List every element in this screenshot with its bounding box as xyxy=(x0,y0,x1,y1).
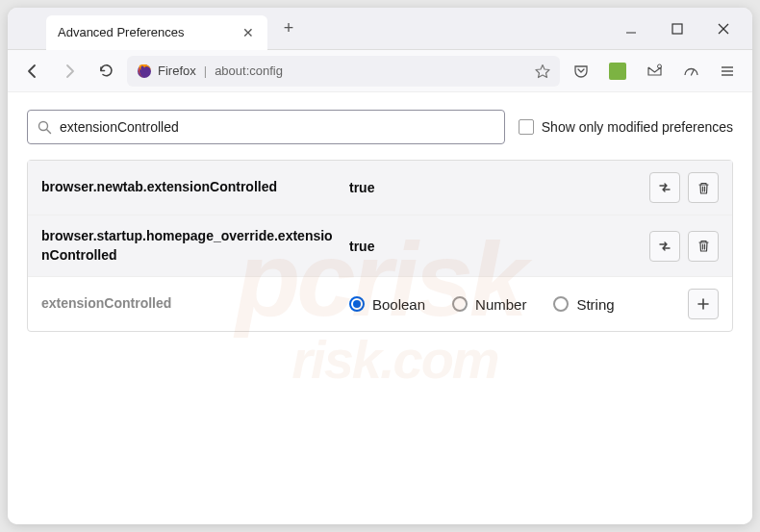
radio-boolean[interactable]: Boolean xyxy=(349,296,425,313)
new-pref-row: extensionControlled Boolean Number Strin… xyxy=(28,277,732,331)
search-box[interactable] xyxy=(27,110,505,144)
window-controls xyxy=(620,17,752,40)
toggle-button[interactable] xyxy=(649,231,680,262)
extension-icon[interactable] xyxy=(602,56,633,87)
firefox-logo-icon xyxy=(137,63,152,79)
bookmark-star-icon[interactable] xyxy=(535,63,550,79)
checkbox-label-text: Show only modified preferences xyxy=(542,119,733,135)
pref-actions xyxy=(649,231,719,262)
pref-name: browser.startup.homepage_override.extens… xyxy=(41,227,340,265)
url-text: about:config xyxy=(215,63,527,78)
pref-row: browser.startup.homepage_override.extens… xyxy=(28,215,732,277)
type-radio-group: Boolean Number String xyxy=(349,296,678,313)
radio-string[interactable]: String xyxy=(553,296,614,313)
back-button[interactable] xyxy=(17,56,48,87)
browser-window: Advanced Preferences ✕ + Firefox | about… xyxy=(8,8,752,524)
tab-active[interactable]: Advanced Preferences ✕ xyxy=(46,15,267,50)
pref-value: true xyxy=(349,239,640,254)
search-row: Show only modified preferences xyxy=(27,110,733,144)
reload-button[interactable] xyxy=(90,56,121,87)
new-tab-button[interactable]: + xyxy=(275,15,302,42)
url-bar[interactable]: Firefox | about:config xyxy=(127,56,560,87)
menu-button[interactable] xyxy=(712,56,743,87)
pref-actions xyxy=(649,172,719,203)
svg-line-11 xyxy=(47,129,51,133)
pref-name: browser.newtab.extensionControlled xyxy=(41,178,340,197)
minimize-button[interactable] xyxy=(620,17,643,40)
radio-icon xyxy=(553,296,569,312)
mail-icon[interactable] xyxy=(639,56,670,87)
tab-title: Advanced Preferences xyxy=(58,25,241,39)
search-input[interactable] xyxy=(60,119,494,135)
pref-row: browser.newtab.extensionControlled true xyxy=(28,161,732,215)
close-tab-icon[interactable]: ✕ xyxy=(241,25,256,40)
titlebar: Advanced Preferences ✕ + xyxy=(8,8,752,50)
add-button[interactable] xyxy=(688,289,719,319)
site-identity[interactable]: Firefox xyxy=(137,63,196,79)
dashboard-icon[interactable] xyxy=(675,56,706,87)
delete-button[interactable] xyxy=(688,172,719,203)
delete-button[interactable] xyxy=(688,231,719,262)
identity-label: Firefox xyxy=(158,63,196,78)
radio-icon xyxy=(452,296,468,312)
close-window-button[interactable] xyxy=(712,17,735,40)
svg-rect-1 xyxy=(672,24,682,34)
svg-line-6 xyxy=(691,70,694,75)
maximize-button[interactable] xyxy=(666,17,689,40)
preference-list: browser.newtab.extensionControlled true … xyxy=(27,160,733,332)
pocket-icon[interactable] xyxy=(566,56,596,87)
radio-number[interactable]: Number xyxy=(452,296,526,313)
nav-toolbar: Firefox | about:config xyxy=(8,50,752,92)
forward-button[interactable] xyxy=(54,56,85,87)
pref-value: true xyxy=(349,180,640,195)
checkbox-icon xyxy=(519,119,534,135)
radio-label: Boolean xyxy=(372,296,425,313)
url-divider: | xyxy=(204,63,207,78)
new-pref-name: extensionControlled xyxy=(41,294,340,314)
radio-icon xyxy=(349,296,365,312)
toggle-button[interactable] xyxy=(649,172,680,203)
page-content: Show only modified preferences browser.n… xyxy=(8,92,752,524)
search-icon xyxy=(38,120,52,135)
radio-label: Number xyxy=(475,296,526,313)
show-modified-checkbox[interactable]: Show only modified preferences xyxy=(519,119,733,135)
radio-label: String xyxy=(576,296,614,313)
